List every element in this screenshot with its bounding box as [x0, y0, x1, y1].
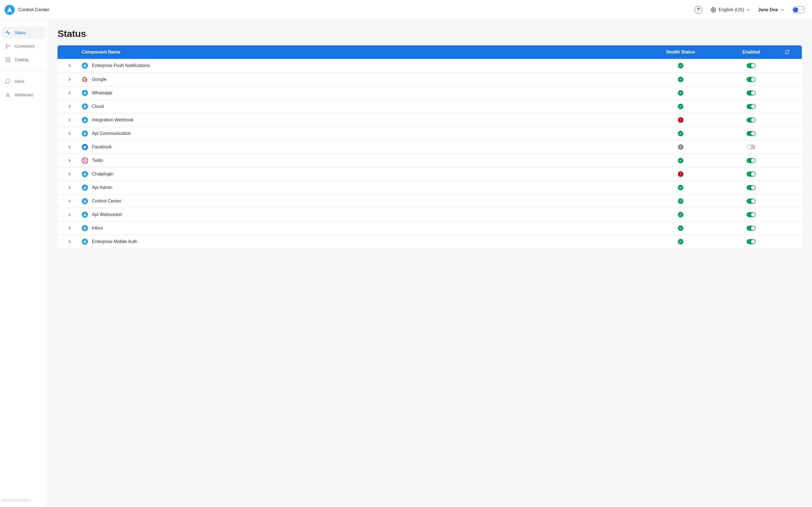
- component-name: Twilio: [92, 158, 103, 163]
- health-ok-icon: [678, 185, 683, 190]
- git-merge-icon: [5, 43, 11, 49]
- table-row: Api Admin: [57, 180, 802, 194]
- expand-row-button[interactable]: [57, 240, 82, 244]
- expand-row-button[interactable]: [57, 131, 82, 135]
- enabled-toggle[interactable]: [747, 239, 756, 244]
- airy-icon: [82, 90, 88, 96]
- component-name: Api Communication: [92, 131, 131, 136]
- enabled-cell: [723, 185, 779, 190]
- table-row: Twilio: [57, 154, 802, 167]
- airy-icon: [82, 198, 88, 204]
- health-cell: [638, 104, 723, 109]
- health-ok-icon: [678, 76, 683, 82]
- expand-row-button[interactable]: [57, 213, 82, 217]
- enabled-cell: [723, 131, 779, 136]
- component-name-cell: Api Communication: [82, 130, 638, 136]
- enabled-toggle[interactable]: [747, 131, 756, 136]
- sun-icon: ☀: [801, 8, 804, 12]
- health-cell: [638, 76, 723, 82]
- table-row: Control Center: [57, 194, 802, 208]
- component-name-cell: Chatplugin: [82, 171, 638, 177]
- sidebar-item-webhooks[interactable]: Webhooks: [2, 89, 45, 101]
- sidebar-item-status[interactable]: Status: [2, 26, 45, 39]
- enabled-toggle[interactable]: [747, 226, 756, 231]
- chevron-right-icon: [68, 131, 71, 135]
- expand-row-button[interactable]: [57, 91, 82, 95]
- user-menu[interactable]: Jane Doe: [758, 7, 784, 12]
- activity-icon: [5, 30, 11, 36]
- component-name: Control Center: [92, 199, 121, 204]
- chevron-right-icon: [68, 186, 71, 189]
- expand-row-button[interactable]: [57, 105, 82, 108]
- enabled-toggle[interactable]: [747, 145, 756, 150]
- expand-row-button[interactable]: [57, 118, 82, 122]
- table-header: Component Name Health Status Enabled: [57, 45, 802, 59]
- refresh-button[interactable]: [779, 49, 795, 55]
- component-name-cell: Control Center: [82, 198, 638, 204]
- enabled-toggle[interactable]: [747, 91, 756, 96]
- table-row: Integration Webhook!: [57, 113, 802, 126]
- health-cell: [638, 131, 723, 136]
- health-ok-icon: [678, 198, 683, 204]
- expand-row-button[interactable]: [57, 186, 82, 189]
- sidebar-divider: [2, 70, 45, 71]
- help-button[interactable]: ?: [695, 6, 702, 14]
- health-ok-icon: [678, 212, 683, 217]
- component-name: Facebook: [92, 145, 112, 150]
- enabled-cell: [723, 117, 779, 122]
- health-cell: [638, 63, 723, 68]
- enabled-toggle[interactable]: [747, 158, 756, 163]
- enabled-toggle[interactable]: [747, 77, 756, 82]
- enabled-toggle[interactable]: [747, 117, 756, 122]
- status-table: Component Name Health Status Enabled Ent…: [57, 45, 802, 248]
- language-selector[interactable]: English (US): [710, 7, 750, 13]
- sidebar-item-inbox[interactable]: Inbox: [2, 75, 45, 88]
- health-ok-icon: [678, 225, 683, 231]
- expand-row-button[interactable]: [57, 145, 82, 149]
- component-name-cell: Google: [82, 76, 638, 82]
- health-cell: [638, 239, 723, 244]
- component-name-cell: Integration Webhook: [82, 117, 638, 123]
- table-row: Api Communication: [57, 126, 802, 140]
- component-name-cell: Api Admin: [82, 184, 638, 191]
- table-row: Google: [57, 72, 802, 86]
- health-cell: !: [638, 144, 723, 150]
- health-cell: [638, 225, 723, 231]
- component-name: Chatplugin: [92, 172, 114, 177]
- enabled-toggle[interactable]: [747, 199, 756, 204]
- enabled-toggle[interactable]: [747, 172, 756, 177]
- sidebar-item-catalog[interactable]: Catalog: [2, 54, 45, 66]
- sidebar-item-connectors[interactable]: Connectors: [2, 40, 45, 52]
- enabled-toggle[interactable]: [747, 212, 756, 217]
- airy-icon: [82, 117, 88, 123]
- table-row: Enterprise Mobile Auth: [57, 235, 802, 248]
- twilio-icon: [82, 158, 88, 164]
- airy-icon: [82, 212, 88, 218]
- enabled-toggle[interactable]: [747, 104, 756, 109]
- component-name: Integration Webhook: [92, 117, 133, 122]
- airy-icon: [82, 225, 88, 231]
- expand-row-button[interactable]: [57, 77, 82, 81]
- expand-row-button[interactable]: [57, 159, 82, 163]
- enabled-toggle[interactable]: [747, 63, 756, 68]
- table-row: Facebook!: [57, 140, 802, 154]
- health-ok-icon: [678, 131, 683, 136]
- sidebar-item-label: Status: [15, 31, 26, 35]
- health-error-icon: !: [678, 171, 683, 177]
- expand-row-button[interactable]: [57, 199, 82, 203]
- expand-row-button[interactable]: [57, 64, 82, 68]
- component-name-cell: Whatsapp: [82, 90, 638, 96]
- google-icon: [82, 76, 88, 82]
- brand: Control Center: [4, 5, 49, 15]
- help-icon: ?: [695, 6, 702, 14]
- health-cell: !: [638, 117, 723, 123]
- expand-row-button[interactable]: [57, 172, 82, 176]
- column-header-enabled: Enabled: [723, 50, 779, 55]
- theme-toggle[interactable]: ☀: [792, 6, 805, 13]
- enabled-cell: [723, 239, 779, 244]
- expand-row-button[interactable]: [57, 226, 82, 230]
- health-cell: [638, 158, 723, 163]
- health-ok-icon: [678, 104, 683, 109]
- enabled-toggle[interactable]: [747, 185, 756, 190]
- health-ok-icon: [678, 63, 683, 68]
